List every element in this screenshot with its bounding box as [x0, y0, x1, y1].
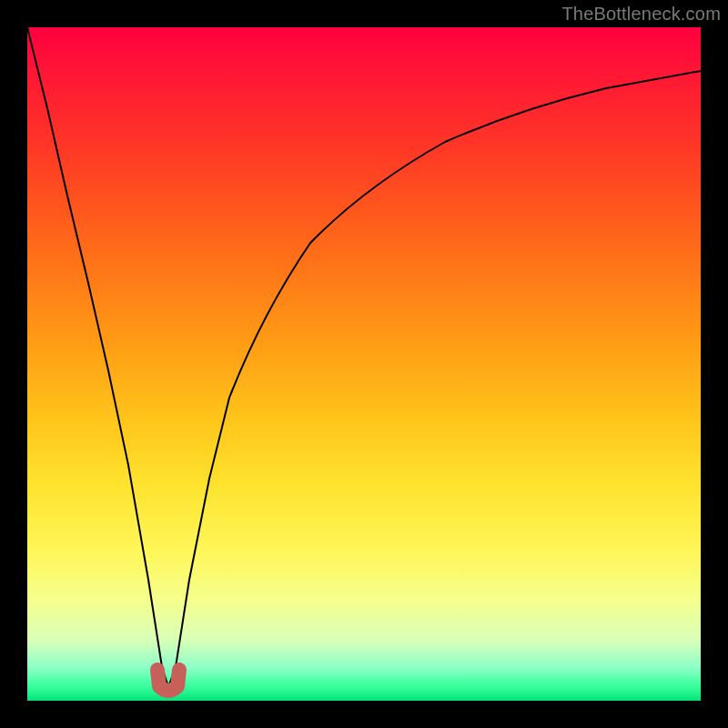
- watermark-text: TheBottleneck.com: [561, 4, 721, 25]
- curve-path: [27, 27, 701, 687]
- sweet-spot-marker: [157, 670, 179, 691]
- bottleneck-curve: [27, 27, 701, 701]
- plot-area: [27, 27, 701, 701]
- chart-frame: TheBottleneck.com: [0, 0, 728, 728]
